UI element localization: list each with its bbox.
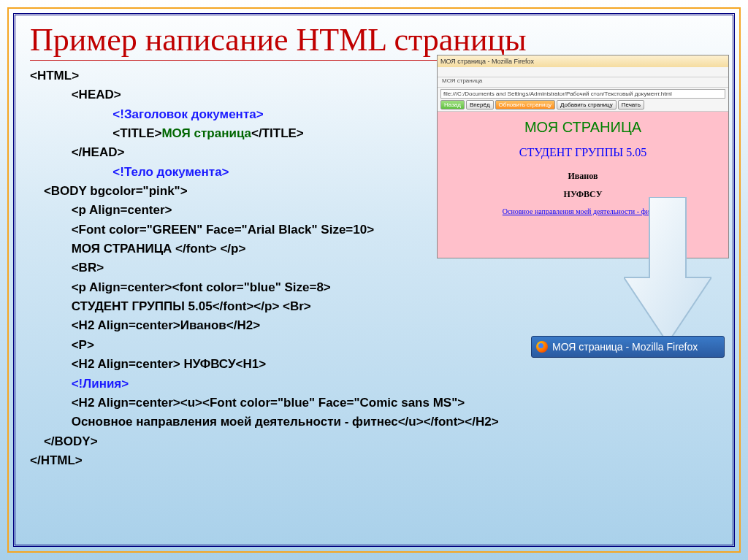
code-line: <TITLE> bbox=[30, 126, 161, 140]
code-text: МОЯ страница bbox=[161, 126, 251, 140]
browser-tab-label: МОЯ страница bbox=[442, 77, 482, 84]
browser-titlebar: МОЯ страница - Mozilla Firefox bbox=[438, 55, 728, 67]
code-line: <Font color="GREEN" Face="Arial Black" S… bbox=[30, 223, 374, 237]
toolbar-button: Назад bbox=[440, 100, 465, 110]
taskbar-label: МОЯ страница - Mozilla Firefox bbox=[552, 341, 698, 353]
code-line: СТУДЕНТ ГРУППЫ 5.05</font></p> <Br> bbox=[30, 299, 311, 313]
code-line: </HEAD> bbox=[30, 145, 124, 159]
code-comment: <!Линия> bbox=[30, 377, 129, 391]
preview-subheading: СТУДЕНТ ГРУППЫ 5.05 bbox=[438, 146, 728, 159]
browser-buttons: Назад Вперёд Обновить страницу Добавить … bbox=[440, 100, 725, 110]
code-line: </HTML> bbox=[30, 453, 83, 467]
browser-menubar bbox=[438, 67, 728, 77]
code-line: <HTML> bbox=[30, 69, 79, 83]
code-line: Основное направления моей деятельности -… bbox=[30, 415, 499, 429]
address-bar: file:///C:/Documents and Settings/Admini… bbox=[440, 89, 725, 99]
code-line: <P> bbox=[30, 338, 94, 352]
browser-tabbar: МОЯ страница bbox=[438, 77, 728, 88]
code-line: <p Align=center><font color="blue" Size=… bbox=[30, 280, 331, 294]
toolbar-button: Печать bbox=[618, 100, 644, 110]
code-line: <p Align=center> bbox=[30, 203, 172, 217]
arrow-icon bbox=[624, 197, 711, 343]
code-line: <HEAD> bbox=[30, 88, 121, 101]
code-line: </BODY> bbox=[30, 434, 98, 448]
browser-toolbar: file:///C:/Documents and Settings/Admini… bbox=[438, 88, 728, 112]
code-line: <H2 Align=center> НУФВСУ<H1> bbox=[30, 357, 266, 371]
preview-heading: МОЯ СТРАНИЦА bbox=[438, 119, 728, 136]
toolbar-button: Вперёд bbox=[466, 100, 494, 110]
preview-name: Иванов bbox=[438, 171, 728, 182]
code-line: <BODY bgcolor="pink"> bbox=[30, 184, 188, 198]
code-comment: <!Заголовок документа> bbox=[30, 107, 264, 121]
toolbar-button: Обновить страницу bbox=[495, 100, 555, 110]
firefox-icon bbox=[536, 341, 548, 353]
browser-title-text: МОЯ страница - Mozilla Firefox bbox=[440, 58, 534, 65]
code-line: МОЯ СТРАНИЦА </font> </p> bbox=[30, 242, 245, 256]
code-comment: <!Тело документа> bbox=[30, 165, 229, 179]
toolbar-button: Добавить страницу bbox=[557, 100, 617, 110]
code-line: <BR> bbox=[30, 261, 104, 275]
code-line: <H2 Align=center>Иванов</H2> bbox=[30, 318, 260, 332]
taskbar-item: МОЯ страница - Mozilla Firefox bbox=[531, 336, 725, 358]
code-line: <H2 Align=center><u><Font color="blue" F… bbox=[30, 396, 465, 410]
code-line: </TITLE> bbox=[251, 126, 304, 140]
